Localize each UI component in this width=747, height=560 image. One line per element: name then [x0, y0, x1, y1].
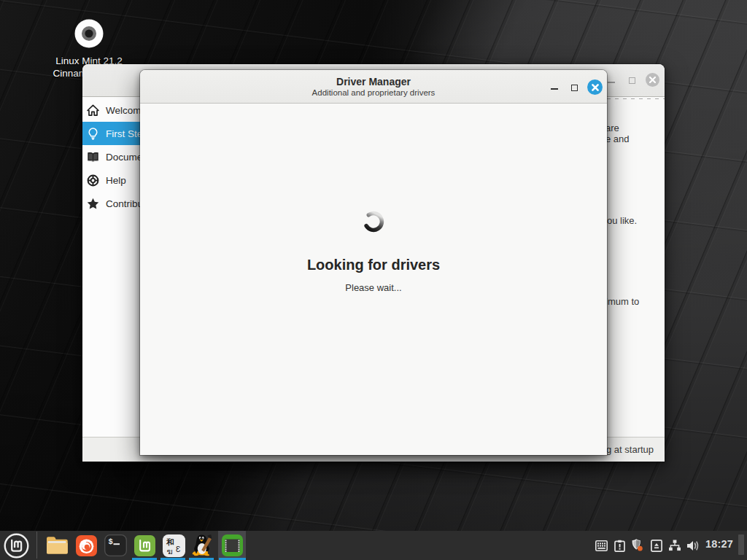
svg-text:和: 和: [166, 537, 174, 546]
svg-text:Ɛ: Ɛ: [176, 544, 180, 553]
svg-text:ฆ: ฆ: [166, 547, 172, 556]
svg-text:$: $: [108, 537, 112, 546]
